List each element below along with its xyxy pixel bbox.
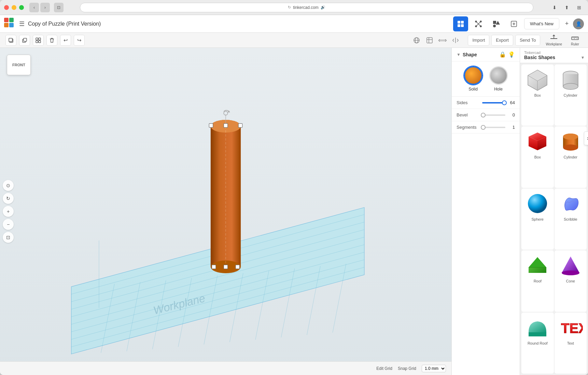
shapes-dropdown-arrow[interactable]: ▾ <box>582 55 584 60</box>
shape-item-cylinder-orange[interactable]: Cylinder <box>555 126 587 188</box>
download-icon[interactable]: ⬇ <box>550 3 559 12</box>
group-button[interactable] <box>33 35 44 46</box>
bevel-slider-thumb[interactable] <box>481 113 486 117</box>
add-user-button[interactable]: + <box>562 19 572 29</box>
solid-option[interactable]: Solid <box>464 66 482 92</box>
undo-button[interactable]: ↩ <box>60 35 71 46</box>
transform-button[interactable] <box>471 16 486 31</box>
view-grid-button[interactable] <box>424 35 435 46</box>
svg-marker-9 <box>496 21 500 25</box>
duplicate-button[interactable] <box>5 35 16 46</box>
shape-item-cylinder-wire-label: Cylinder <box>564 93 577 97</box>
shape-item-box-red[interactable]: Box <box>521 126 554 188</box>
mirror-button[interactable] <box>450 35 461 46</box>
hole-label: Hole <box>494 87 503 92</box>
import-button[interactable]: Import <box>468 35 489 46</box>
secondary-toolbar: ↩ ↪ ⟺ Import Export Send To Workplane <box>0 33 588 48</box>
viewport-bottom-bar: Edit Grid Snap Grid 1.0 mm <box>0 361 451 375</box>
viewport[interactable]: ⊙ ↻ + − ⊡ FRONT <box>0 48 451 375</box>
box-wire-icon <box>525 67 550 92</box>
svg-rect-0 <box>458 21 460 24</box>
shape-collapse-arrow[interactable]: ▼ <box>457 52 461 57</box>
3d-scene: Workplane <box>0 48 451 375</box>
delete-button[interactable] <box>46 35 57 46</box>
bulb-icon[interactable]: 💡 <box>508 51 515 58</box>
sides-slider[interactable] <box>482 102 505 103</box>
segments-value: 1 <box>505 125 515 130</box>
snap-grid-select[interactable]: 1.0 mm <box>422 365 446 372</box>
grid-view-button[interactable] <box>453 16 468 31</box>
resize-button[interactable] <box>506 16 521 31</box>
svg-point-84 <box>562 270 579 275</box>
shapes-button[interactable] <box>489 16 504 31</box>
svg-point-79 <box>528 194 547 213</box>
shape-item-scribble[interactable]: Scribble <box>555 189 587 250</box>
project-title[interactable]: Copy of Puzzle (Print Version) <box>28 21 453 27</box>
minimize-button[interactable] <box>12 5 16 10</box>
ruler-button[interactable]: Ruler <box>568 34 583 46</box>
segments-slider[interactable] <box>482 127 505 128</box>
svg-rect-19 <box>39 41 41 43</box>
tab-button[interactable]: ⊡ <box>54 3 64 12</box>
app-toolbar: ☰ Copy of Puzzle (Print Version) What's … <box>0 15 588 33</box>
svg-rect-8 <box>493 21 496 24</box>
sides-slider-thumb[interactable] <box>502 100 507 105</box>
svg-rect-54 <box>209 124 213 128</box>
svg-marker-81 <box>529 257 546 267</box>
svg-point-75 <box>563 144 578 151</box>
logo-n <box>4 23 9 27</box>
import-export-buttons: Import Export Send To <box>468 35 540 46</box>
add-tab-icon[interactable]: ⊞ <box>574 3 584 12</box>
forward-button[interactable]: › <box>40 3 50 12</box>
main-content: ⊙ ↻ + − ⊡ FRONT <box>0 48 588 375</box>
reload-icon: ↻ <box>288 5 291 10</box>
segments-slider-thumb[interactable] <box>481 125 486 130</box>
hole-shape-icon[interactable] <box>489 66 508 85</box>
workplane-button[interactable]: Workplane <box>543 34 565 46</box>
share-icon[interactable]: ⬆ <box>562 3 572 12</box>
menu-icon[interactable]: ☰ <box>19 20 25 28</box>
bevel-label: Bevel <box>457 112 482 117</box>
shape-item-roof[interactable]: Roof <box>521 250 554 311</box>
shape-item-round-roof-label: Round Roof <box>528 341 548 345</box>
snap-button[interactable]: ⟺ <box>437 35 448 46</box>
shape-item-text[interactable]: TEXT Text <box>555 312 587 374</box>
duplicate-stack-button[interactable] <box>19 35 30 46</box>
shapes-category-row: Basic Shapes ▾ <box>524 55 584 60</box>
tinkercad-logo[interactable] <box>4 18 16 30</box>
svg-rect-24 <box>572 37 578 40</box>
view-3d-button[interactable] <box>411 35 422 46</box>
user-avatar[interactable]: 👤 <box>573 18 584 29</box>
bevel-slider[interactable] <box>482 114 505 116</box>
sides-label: Sides <box>457 100 482 105</box>
hole-option[interactable]: Hole <box>489 66 508 92</box>
redo-button[interactable]: ↪ <box>74 35 85 46</box>
back-button[interactable]: ‹ <box>29 3 39 12</box>
edit-grid-label[interactable]: Edit Grid <box>376 366 392 371</box>
shape-item-cone[interactable]: Cone <box>555 250 587 311</box>
export-button[interactable]: Export <box>491 35 513 46</box>
svg-rect-17 <box>39 38 41 40</box>
svg-rect-55 <box>238 124 242 128</box>
shape-panel-title: Shape <box>463 52 497 57</box>
solid-shape-icon[interactable] <box>464 66 482 85</box>
maximize-button[interactable] <box>19 5 24 10</box>
svg-rect-13 <box>9 38 12 42</box>
next-page-button[interactable]: › <box>584 131 588 145</box>
shape-item-box-wire[interactable]: Box <box>521 65 554 126</box>
url-bar[interactable]: ↻ tinkercad.com 🔊 <box>80 3 533 12</box>
shapes-source: Tinkercad <box>524 51 584 55</box>
lock-icon[interactable]: 🔒 <box>499 51 506 58</box>
shape-item-sphere[interactable]: Sphere <box>521 189 554 250</box>
shape-item-round-roof[interactable]: Round Roof <box>521 312 554 374</box>
solid-hole-options: Solid Hole <box>452 61 520 97</box>
logo-t <box>4 18 9 22</box>
svg-rect-2 <box>458 24 460 27</box>
shape-item-cylinder-wire[interactable]: Cylinder <box>555 65 587 126</box>
whats-new-button[interactable]: What's New <box>524 18 559 29</box>
svg-rect-15 <box>24 38 27 41</box>
close-button[interactable] <box>4 5 9 10</box>
send-to-button[interactable]: Send To <box>515 35 540 46</box>
logo-i <box>9 18 14 22</box>
shapes-grid: Box Cylinder <box>520 63 588 375</box>
